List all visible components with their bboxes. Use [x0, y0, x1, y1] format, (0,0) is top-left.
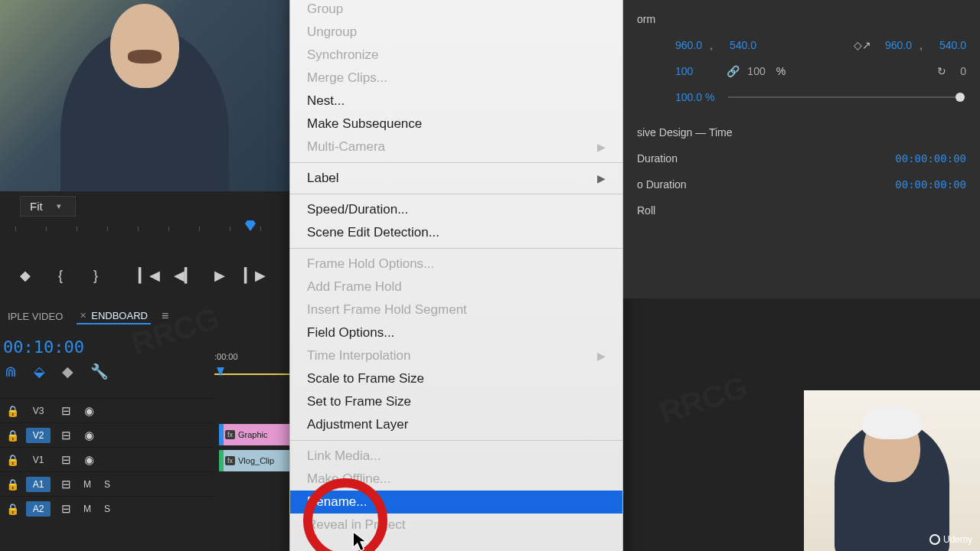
- marker-button[interactable]: ◆: [62, 363, 74, 380]
- timeline-ruler[interactable]: [214, 373, 291, 375]
- timeline-clip-area[interactable]: fx Graphic fx Vlog_Clip: [214, 398, 291, 551]
- opacity-slider[interactable]: [728, 96, 960, 98]
- monitor-playhead[interactable]: [245, 220, 256, 231]
- slider-knob[interactable]: [956, 93, 965, 102]
- ctx-nest[interactable]: Nest...: [290, 90, 622, 112]
- program-monitor: [0, 0, 289, 191]
- menu-separator: [290, 194, 622, 194]
- sequence-tab[interactable]: IPLE VIDEO: [5, 309, 66, 324]
- position-y[interactable]: 540.0: [730, 39, 756, 51]
- ctx-merge-clips: Merge Clips...: [290, 67, 622, 90]
- ctx-set-to-frame-size[interactable]: Set to Frame Size: [290, 390, 622, 413]
- mark-in-button[interactable]: ◆: [12, 267, 38, 284]
- track-label[interactable]: A1: [26, 477, 51, 492]
- timeline-tools: ⋒ ⬙ ◆ 🔧: [5, 360, 109, 383]
- submenu-arrow-icon: ▶: [597, 141, 606, 153]
- menu-separator: [290, 440, 622, 441]
- sequence-tabs: IPLE VIDEO ✕ ENDBOARD ≡: [0, 305, 289, 328]
- mute-toggle[interactable]: M: [81, 479, 93, 490]
- anchor-x[interactable]: 960.0: [885, 39, 912, 51]
- video-frame-person: [60, 27, 229, 191]
- sync-lock-icon[interactable]: ⊟: [58, 453, 74, 467]
- lock-icon[interactable]: 🔒: [6, 503, 18, 515]
- link-icon[interactable]: 🔗: [727, 65, 740, 77]
- ctx-label[interactable]: Label▶: [290, 167, 622, 190]
- clip-video[interactable]: fx Vlog_Clip: [219, 450, 291, 471]
- outro-duration-value[interactable]: 00:00:00:00: [895, 178, 966, 191]
- ctx-group: Group: [290, 0, 622, 21]
- bezier-path-icon[interactable]: ◇↗: [854, 39, 871, 51]
- reset-rotation-icon[interactable]: ↻: [937, 65, 946, 77]
- position-x[interactable]: 960.0: [675, 39, 702, 51]
- timeline-playhead[interactable]: [217, 367, 224, 377]
- sync-lock-icon[interactable]: ⊟: [58, 404, 74, 418]
- lock-icon[interactable]: 🔒: [6, 405, 18, 417]
- eye-icon[interactable]: [81, 429, 96, 442]
- zoom-fit-label: Fit: [30, 200, 43, 213]
- ctx-scale-to-frame-size[interactable]: Scale to Frame Size: [290, 367, 622, 390]
- go-to-in-button[interactable]: {: [47, 268, 74, 284]
- clip-graphic[interactable]: fx Graphic: [219, 424, 291, 445]
- track-label[interactable]: V3: [26, 403, 51, 419]
- track-row-v3: 🔒 V3 ⊟: [0, 398, 214, 422]
- opacity-value[interactable]: 100.0 %: [675, 91, 714, 103]
- fx-responsive-design-heading: sive Design — Time: [637, 119, 966, 145]
- step-back-button[interactable]: ◀▎: [172, 267, 198, 284]
- eye-icon[interactable]: [81, 404, 96, 418]
- go-to-out-button[interactable]: }: [83, 268, 109, 284]
- ctx-make-subsequence[interactable]: Make Subsequence: [290, 112, 622, 135]
- play-button[interactable]: ▶: [207, 267, 233, 284]
- menu-separator: [290, 248, 622, 249]
- track-label[interactable]: V1: [26, 452, 51, 468]
- ctx-add-frame-hold: Add Frame Hold: [290, 276, 622, 298]
- ctx-speed-duration[interactable]: Speed/Duration...: [290, 198, 622, 221]
- timecode-display[interactable]: 00:10:00: [0, 337, 84, 357]
- snap-toggle[interactable]: ⋒: [5, 363, 17, 380]
- wrench-settings-icon[interactable]: 🔧: [90, 363, 109, 380]
- monitor-ruler[interactable]: [0, 220, 289, 237]
- ctx-frame-hold-options: Frame Hold Options...: [290, 253, 622, 276]
- ctx-reveal-in-project: Reveal in Project: [290, 514, 622, 536]
- prev-edit-button[interactable]: ▎◀: [136, 267, 162, 284]
- close-icon[interactable]: ✕: [80, 311, 87, 321]
- sync-lock-icon[interactable]: ⊟: [58, 478, 74, 491]
- lock-icon[interactable]: 🔒: [6, 429, 18, 442]
- track-label[interactable]: A2: [26, 501, 51, 517]
- sequence-tab-label: IPLE VIDEO: [8, 311, 63, 322]
- fx-position-row: 960.0 , 540.0 ◇↗ 960.0 , 540.0: [637, 32, 966, 58]
- clip-label: Vlog_Clip: [238, 456, 274, 465]
- track-label[interactable]: V2: [26, 428, 51, 443]
- submenu-arrow-icon: ▶: [597, 172, 606, 184]
- lock-icon[interactable]: 🔒: [6, 478, 18, 491]
- sync-lock-icon[interactable]: ⊟: [58, 429, 74, 442]
- step-forward-button[interactable]: ▎▶: [242, 267, 268, 284]
- fx-heading-fragment: orm: [637, 13, 655, 25]
- eye-icon[interactable]: [81, 453, 96, 467]
- linked-selection-toggle[interactable]: ⬙: [34, 363, 45, 380]
- ctx-field-options[interactable]: Field Options...: [290, 321, 622, 344]
- ctx-adjustment-layer[interactable]: Adjustment Layer: [290, 413, 622, 436]
- ctx-time-interpolation: Time Interpolation▶: [290, 344, 622, 367]
- sequence-tab-active[interactable]: ✕ ENDBOARD: [77, 308, 151, 324]
- lock-icon[interactable]: 🔒: [6, 454, 18, 466]
- ctx-link-media: Link Media...: [290, 445, 622, 468]
- intro-duration-value[interactable]: 00:00:00:00: [895, 152, 966, 165]
- chevron-down-icon: ▾: [57, 201, 61, 211]
- panel-menu-icon[interactable]: ≡: [162, 309, 168, 323]
- track-row-a2: 🔒 A2 ⊟ M S: [0, 496, 214, 520]
- solo-toggle[interactable]: S: [101, 479, 113, 490]
- udemy-logo-icon: [929, 534, 940, 545]
- track-row-a1: 🔒 A1 ⊟ M S: [0, 471, 214, 496]
- scale-value[interactable]: 100: [675, 65, 693, 77]
- track-row-v1: 🔒 V1 ⊟: [0, 447, 214, 471]
- solo-toggle[interactable]: S: [101, 504, 113, 514]
- sync-lock-icon[interactable]: ⊟: [58, 502, 74, 516]
- rotation-value[interactable]: 0: [960, 65, 966, 77]
- anchor-y[interactable]: 540.0: [939, 39, 966, 51]
- ctx-scene-edit-detection[interactable]: Scene Edit Detection...: [290, 221, 622, 244]
- zoom-fit-row: Fit ▾: [20, 196, 76, 217]
- ctx-rename[interactable]: Rename...: [290, 491, 622, 514]
- value-separator: ,: [920, 39, 923, 51]
- mute-toggle[interactable]: M: [81, 504, 93, 514]
- zoom-fit-dropdown[interactable]: Fit ▾: [20, 196, 76, 217]
